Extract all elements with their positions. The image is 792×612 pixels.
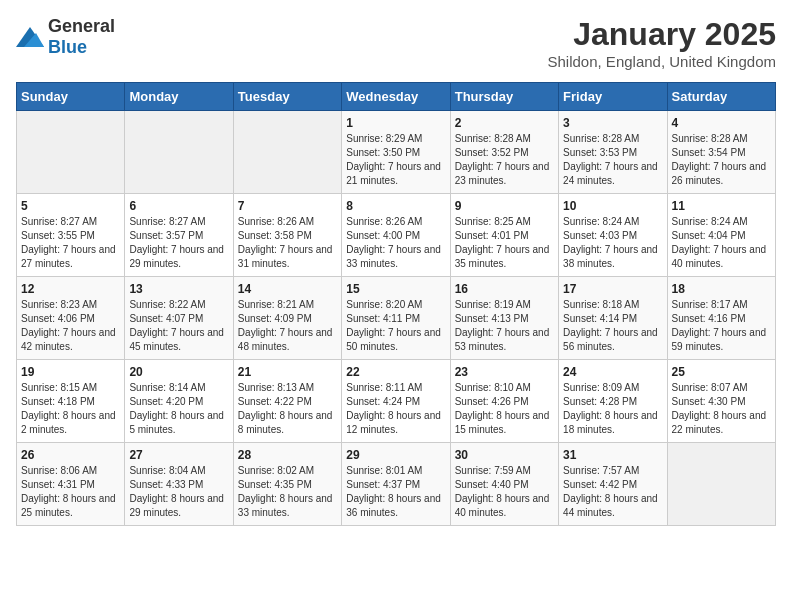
- day-number: 14: [238, 282, 337, 296]
- day-info: Sunrise: 8:26 AM Sunset: 4:00 PM Dayligh…: [346, 215, 445, 271]
- day-info: Sunrise: 8:14 AM Sunset: 4:20 PM Dayligh…: [129, 381, 228, 437]
- day-info: Sunrise: 8:22 AM Sunset: 4:07 PM Dayligh…: [129, 298, 228, 354]
- day-info: Sunrise: 8:06 AM Sunset: 4:31 PM Dayligh…: [21, 464, 120, 520]
- day-number: 6: [129, 199, 228, 213]
- day-info: Sunrise: 8:13 AM Sunset: 4:22 PM Dayligh…: [238, 381, 337, 437]
- calendar-table: SundayMondayTuesdayWednesdayThursdayFrid…: [16, 82, 776, 526]
- day-number: 9: [455, 199, 554, 213]
- day-cell: 19Sunrise: 8:15 AM Sunset: 4:18 PM Dayli…: [17, 360, 125, 443]
- day-number: 2: [455, 116, 554, 130]
- weekday-header-sunday: Sunday: [17, 83, 125, 111]
- weekday-header-thursday: Thursday: [450, 83, 558, 111]
- logo-general: General: [48, 16, 115, 36]
- day-info: Sunrise: 8:18 AM Sunset: 4:14 PM Dayligh…: [563, 298, 662, 354]
- day-info: Sunrise: 8:28 AM Sunset: 3:53 PM Dayligh…: [563, 132, 662, 188]
- day-info: Sunrise: 8:28 AM Sunset: 3:54 PM Dayligh…: [672, 132, 771, 188]
- day-number: 17: [563, 282, 662, 296]
- logo-text: General Blue: [48, 16, 115, 58]
- day-info: Sunrise: 8:29 AM Sunset: 3:50 PM Dayligh…: [346, 132, 445, 188]
- day-info: Sunrise: 8:01 AM Sunset: 4:37 PM Dayligh…: [346, 464, 445, 520]
- day-cell: 15Sunrise: 8:20 AM Sunset: 4:11 PM Dayli…: [342, 277, 450, 360]
- day-cell: [233, 111, 341, 194]
- day-cell: 1Sunrise: 8:29 AM Sunset: 3:50 PM Daylig…: [342, 111, 450, 194]
- day-number: 28: [238, 448, 337, 462]
- day-info: Sunrise: 8:09 AM Sunset: 4:28 PM Dayligh…: [563, 381, 662, 437]
- day-info: Sunrise: 8:02 AM Sunset: 4:35 PM Dayligh…: [238, 464, 337, 520]
- day-cell: 10Sunrise: 8:24 AM Sunset: 4:03 PM Dayli…: [559, 194, 667, 277]
- day-info: Sunrise: 8:19 AM Sunset: 4:13 PM Dayligh…: [455, 298, 554, 354]
- day-info: Sunrise: 8:07 AM Sunset: 4:30 PM Dayligh…: [672, 381, 771, 437]
- day-cell: 26Sunrise: 8:06 AM Sunset: 4:31 PM Dayli…: [17, 443, 125, 526]
- day-number: 25: [672, 365, 771, 379]
- day-cell: 12Sunrise: 8:23 AM Sunset: 4:06 PM Dayli…: [17, 277, 125, 360]
- day-number: 12: [21, 282, 120, 296]
- day-cell: 16Sunrise: 8:19 AM Sunset: 4:13 PM Dayli…: [450, 277, 558, 360]
- day-info: Sunrise: 8:20 AM Sunset: 4:11 PM Dayligh…: [346, 298, 445, 354]
- day-number: 11: [672, 199, 771, 213]
- day-number: 30: [455, 448, 554, 462]
- logo: General Blue: [16, 16, 115, 58]
- day-info: Sunrise: 8:25 AM Sunset: 4:01 PM Dayligh…: [455, 215, 554, 271]
- day-number: 5: [21, 199, 120, 213]
- day-cell: 18Sunrise: 8:17 AM Sunset: 4:16 PM Dayli…: [667, 277, 775, 360]
- day-info: Sunrise: 8:21 AM Sunset: 4:09 PM Dayligh…: [238, 298, 337, 354]
- day-number: 26: [21, 448, 120, 462]
- day-cell: 9Sunrise: 8:25 AM Sunset: 4:01 PM Daylig…: [450, 194, 558, 277]
- day-info: Sunrise: 7:59 AM Sunset: 4:40 PM Dayligh…: [455, 464, 554, 520]
- day-number: 18: [672, 282, 771, 296]
- calendar-title: January 2025: [548, 16, 777, 53]
- day-info: Sunrise: 8:10 AM Sunset: 4:26 PM Dayligh…: [455, 381, 554, 437]
- day-cell: 29Sunrise: 8:01 AM Sunset: 4:37 PM Dayli…: [342, 443, 450, 526]
- day-cell: [125, 111, 233, 194]
- day-info: Sunrise: 8:24 AM Sunset: 4:03 PM Dayligh…: [563, 215, 662, 271]
- day-cell: 31Sunrise: 7:57 AM Sunset: 4:42 PM Dayli…: [559, 443, 667, 526]
- day-info: Sunrise: 8:27 AM Sunset: 3:55 PM Dayligh…: [21, 215, 120, 271]
- day-cell: 8Sunrise: 8:26 AM Sunset: 4:00 PM Daylig…: [342, 194, 450, 277]
- day-cell: 21Sunrise: 8:13 AM Sunset: 4:22 PM Dayli…: [233, 360, 341, 443]
- day-cell: 6Sunrise: 8:27 AM Sunset: 3:57 PM Daylig…: [125, 194, 233, 277]
- day-number: 20: [129, 365, 228, 379]
- day-cell: 20Sunrise: 8:14 AM Sunset: 4:20 PM Dayli…: [125, 360, 233, 443]
- day-info: Sunrise: 8:23 AM Sunset: 4:06 PM Dayligh…: [21, 298, 120, 354]
- day-cell: 14Sunrise: 8:21 AM Sunset: 4:09 PM Dayli…: [233, 277, 341, 360]
- weekday-header-row: SundayMondayTuesdayWednesdayThursdayFrid…: [17, 83, 776, 111]
- week-row-4: 19Sunrise: 8:15 AM Sunset: 4:18 PM Dayli…: [17, 360, 776, 443]
- week-row-3: 12Sunrise: 8:23 AM Sunset: 4:06 PM Dayli…: [17, 277, 776, 360]
- day-info: Sunrise: 8:11 AM Sunset: 4:24 PM Dayligh…: [346, 381, 445, 437]
- day-info: Sunrise: 8:24 AM Sunset: 4:04 PM Dayligh…: [672, 215, 771, 271]
- day-cell: 17Sunrise: 8:18 AM Sunset: 4:14 PM Dayli…: [559, 277, 667, 360]
- day-number: 13: [129, 282, 228, 296]
- day-cell: 30Sunrise: 7:59 AM Sunset: 4:40 PM Dayli…: [450, 443, 558, 526]
- day-cell: 2Sunrise: 8:28 AM Sunset: 3:52 PM Daylig…: [450, 111, 558, 194]
- day-cell: 3Sunrise: 8:28 AM Sunset: 3:53 PM Daylig…: [559, 111, 667, 194]
- weekday-header-tuesday: Tuesday: [233, 83, 341, 111]
- day-number: 21: [238, 365, 337, 379]
- day-cell: 28Sunrise: 8:02 AM Sunset: 4:35 PM Dayli…: [233, 443, 341, 526]
- weekday-header-monday: Monday: [125, 83, 233, 111]
- header: General Blue January 2025 Shildon, Engla…: [16, 16, 776, 70]
- weekday-header-friday: Friday: [559, 83, 667, 111]
- day-number: 29: [346, 448, 445, 462]
- week-row-1: 1Sunrise: 8:29 AM Sunset: 3:50 PM Daylig…: [17, 111, 776, 194]
- day-info: Sunrise: 8:17 AM Sunset: 4:16 PM Dayligh…: [672, 298, 771, 354]
- day-number: 8: [346, 199, 445, 213]
- day-number: 10: [563, 199, 662, 213]
- day-cell: 25Sunrise: 8:07 AM Sunset: 4:30 PM Dayli…: [667, 360, 775, 443]
- day-number: 22: [346, 365, 445, 379]
- logo-blue: Blue: [48, 37, 87, 57]
- weekday-header-wednesday: Wednesday: [342, 83, 450, 111]
- title-area: January 2025 Shildon, England, United Ki…: [548, 16, 777, 70]
- day-number: 23: [455, 365, 554, 379]
- day-cell: 23Sunrise: 8:10 AM Sunset: 4:26 PM Dayli…: [450, 360, 558, 443]
- weekday-header-saturday: Saturday: [667, 83, 775, 111]
- day-number: 27: [129, 448, 228, 462]
- day-cell: 7Sunrise: 8:26 AM Sunset: 3:58 PM Daylig…: [233, 194, 341, 277]
- day-cell: 27Sunrise: 8:04 AM Sunset: 4:33 PM Dayli…: [125, 443, 233, 526]
- week-row-2: 5Sunrise: 8:27 AM Sunset: 3:55 PM Daylig…: [17, 194, 776, 277]
- day-cell: 24Sunrise: 8:09 AM Sunset: 4:28 PM Dayli…: [559, 360, 667, 443]
- day-number: 15: [346, 282, 445, 296]
- day-number: 7: [238, 199, 337, 213]
- day-info: Sunrise: 8:28 AM Sunset: 3:52 PM Dayligh…: [455, 132, 554, 188]
- day-info: Sunrise: 8:15 AM Sunset: 4:18 PM Dayligh…: [21, 381, 120, 437]
- day-number: 4: [672, 116, 771, 130]
